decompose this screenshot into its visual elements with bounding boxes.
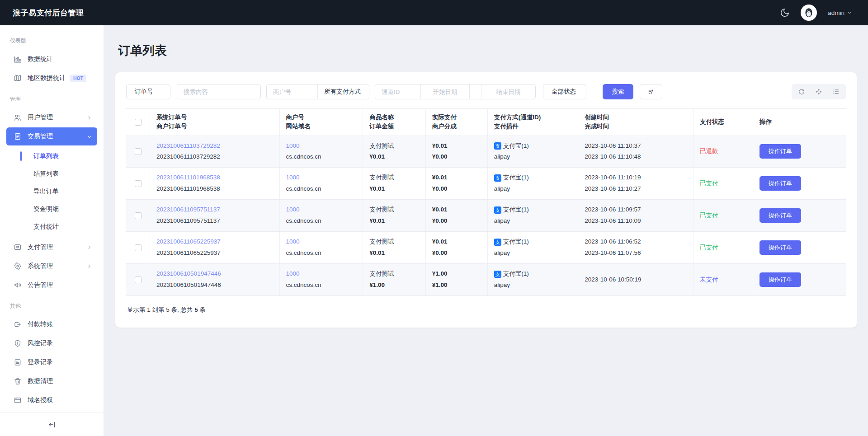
sidebar-item-domain-authorization[interactable]: 域名授权	[6, 391, 97, 409]
table-row: 20231006105019474462023100610501947446 1…	[126, 264, 846, 296]
sidebar-item-data-stats[interactable]: 数据统计	[6, 50, 97, 68]
merchant-id-link[interactable]: 1000	[286, 268, 357, 280]
end-date-input[interactable]	[481, 84, 535, 99]
table-row: 20231006110652259372023100611065225937 1…	[126, 232, 846, 264]
merchant-id-input[interactable]	[267, 84, 317, 99]
merchant-id-link[interactable]: 1000	[286, 172, 357, 183]
table-header-row: 系统订单号商户订单号 商户号网站域名 商品名称订单金额 实际支付商户分成 支付方…	[126, 109, 846, 136]
sidebar-collapse-button[interactable]	[0, 413, 104, 436]
submenu-item-export-orders[interactable]: 导出订单	[0, 183, 104, 200]
pay-method-select[interactable]: 所有支付方式	[317, 84, 369, 99]
operate-order-button[interactable]: 操作订单	[760, 176, 801, 191]
sidebar-item-label: 支付管理	[28, 243, 53, 251]
user-avatar[interactable]	[801, 5, 817, 21]
dark-mode-moon-icon[interactable]	[780, 8, 790, 18]
chevron-down-icon	[847, 10, 852, 15]
chevron-right-icon	[87, 245, 92, 250]
sidebar: 仪表版 数据统计 地区数据统计 HOT 管理 用户管理 交易管理 订单列表 结算…	[0, 25, 104, 436]
gear-icon	[14, 262, 22, 270]
chevron-right-icon	[87, 264, 92, 269]
search-button[interactable]: 搜索	[603, 84, 633, 99]
pagination-summary: 显示第 1 到第 5 条, 总共 5 条	[126, 306, 846, 314]
status-badge: 已支付	[700, 212, 718, 219]
chevron-down-icon	[87, 134, 92, 139]
advanced-filter-button[interactable]	[640, 84, 662, 99]
sidebar-item-label: 登录记录	[28, 358, 53, 366]
operate-order-button[interactable]: 操作订单	[760, 208, 801, 223]
sidebar-item-label: 地区数据统计	[28, 74, 66, 82]
alipay-icon: 支	[494, 174, 501, 182]
alipay-icon: 支	[494, 239, 501, 246]
sys-order-link[interactable]: 2023100611095751137	[156, 204, 273, 216]
sidebar-item-label: 付款转账	[28, 320, 53, 328]
operate-order-button[interactable]: 操作订单	[760, 144, 801, 159]
row-checkbox[interactable]	[135, 212, 142, 219]
alipay-icon: 支	[494, 142, 501, 150]
submenu-item-fund-details[interactable]: 资金明细	[0, 200, 104, 218]
merchant-id-link[interactable]: 1000	[286, 236, 357, 248]
transactions-icon	[14, 132, 22, 141]
search-input[interactable]	[177, 84, 260, 99]
operate-order-button[interactable]: 操作订单	[760, 240, 801, 255]
merchant-id-link[interactable]: 1000	[286, 204, 357, 216]
sidebar-item-label: 系统管理	[28, 262, 53, 270]
sidebar-item-payout-transfer[interactable]: 付款转账	[6, 315, 97, 333]
map-icon	[14, 74, 22, 82]
fullscreen-move-icon[interactable]	[815, 88, 822, 95]
sidebar-item-system-management[interactable]: 系统管理	[6, 257, 97, 275]
sidebar-item-label: 公告管理	[28, 281, 53, 289]
operate-order-button[interactable]: 操作订单	[760, 272, 801, 287]
sidebar-item-data-cleanup[interactable]: 数据清理	[6, 372, 97, 390]
table-row: 20231006111019685382023100611101968538 1…	[126, 168, 846, 200]
sys-order-link[interactable]: 2023100611101968538	[156, 172, 273, 183]
row-checkbox[interactable]	[135, 180, 142, 187]
sidebar-item-transaction-management[interactable]: 交易管理	[6, 127, 97, 145]
sys-order-link[interactable]: 2023100611103729282	[156, 141, 273, 152]
row-checkbox[interactable]	[135, 277, 142, 283]
transfer-out-icon	[14, 320, 22, 328]
main-content: 订单列表 订单号 所有支付方式	[104, 0, 868, 436]
document-log-icon	[14, 358, 22, 366]
sidebar-item-label: 用户管理	[28, 113, 53, 122]
order-type-select[interactable]: 订单号	[126, 84, 170, 99]
status-badge: 已支付	[700, 180, 718, 187]
sys-order-link[interactable]: 2023100610501947446	[156, 268, 273, 280]
transaction-submenu: 订单列表 结算列表 导出订单 资金明细 支付统计	[0, 147, 104, 235]
section-dashboard: 仪表版	[0, 30, 104, 49]
submenu-item-payment-stats[interactable]: 支付统计	[0, 218, 104, 235]
account-menu[interactable]: admin	[828, 9, 852, 16]
table-row: 20231006111037292822023100611103729282 1…	[126, 136, 846, 168]
select-all-checkbox[interactable]	[135, 119, 142, 126]
merchant-id-link[interactable]: 1000	[286, 141, 357, 152]
sidebar-item-payment-management[interactable]: 支付管理	[6, 238, 97, 256]
submenu-item-settle-list[interactable]: 结算列表	[0, 165, 104, 183]
channel-id-input[interactable]	[375, 84, 420, 99]
bar-chart-icon	[14, 55, 22, 63]
speaker-icon	[14, 281, 22, 289]
sidebar-item-announcement-management[interactable]: 公告管理	[6, 276, 97, 294]
sys-order-link[interactable]: 2023100611065225937	[156, 236, 273, 248]
channel-date-group	[375, 84, 536, 99]
sidebar-item-login-records[interactable]: 登录记录	[6, 353, 97, 371]
sidebar-item-label: 数据统计	[28, 55, 53, 63]
users-icon	[14, 113, 22, 122]
status-select[interactable]: 全部状态	[543, 84, 586, 99]
payment-transfer-icon	[14, 243, 22, 251]
column-list-icon[interactable]	[832, 88, 840, 95]
order-list-card: 订单号 所有支付方式 全部状态	[115, 72, 857, 328]
submenu-item-order-list[interactable]: 订单列表	[0, 147, 104, 165]
page-title: 订单列表	[115, 25, 857, 59]
refresh-icon[interactable]	[798, 88, 805, 95]
alipay-icon: 支	[494, 206, 501, 214]
start-date-input[interactable]	[421, 84, 469, 99]
sidebar-item-user-management[interactable]: 用户管理	[6, 108, 97, 127]
sidebar-item-region-stats[interactable]: 地区数据统计 HOT	[6, 69, 97, 87]
sidebar-item-label: 数据清理	[28, 377, 53, 385]
row-checkbox[interactable]	[135, 148, 142, 155]
sidebar-item-label: 风控记录	[28, 339, 53, 347]
table-row: 20231006110957511372023100611095751137 1…	[126, 200, 846, 232]
filter-bar: 订单号 所有支付方式 全部状态	[126, 84, 846, 99]
username: admin	[828, 9, 844, 16]
row-checkbox[interactable]	[135, 244, 142, 251]
sidebar-item-risk-records[interactable]: 风控记录	[6, 334, 97, 352]
